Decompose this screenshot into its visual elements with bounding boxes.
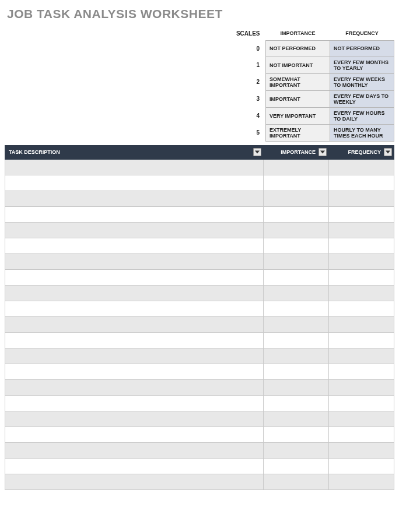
cell-task[interactable] — [5, 442, 264, 458]
cell-importance[interactable] — [264, 159, 329, 175]
scales-header-frequency: FREQUENCY — [330, 28, 394, 40]
cell-frequency[interactable] — [329, 411, 394, 427]
cell-task[interactable] — [5, 379, 264, 395]
cell-importance[interactable] — [264, 364, 329, 379]
chevron-down-icon — [255, 150, 260, 154]
cell-task[interactable] — [5, 332, 264, 348]
task-table: TASK DESCRIPTION IMPORTANCE FREQUENCY — [5, 145, 394, 490]
cell-importance[interactable] — [264, 285, 329, 301]
cell-task[interactable] — [5, 253, 264, 269]
scale-importance: NOT IMPORTANT — [266, 57, 330, 73]
cell-frequency[interactable] — [329, 348, 394, 364]
scale-frequency: EVERY FEW WEEKS TO MONTHLY — [330, 73, 394, 90]
scale-importance: SOMEWHAT IMPORTANT — [266, 73, 330, 90]
table-row — [5, 191, 394, 206]
table-row — [5, 253, 394, 269]
cell-task[interactable] — [5, 427, 264, 442]
cell-frequency[interactable] — [329, 238, 394, 253]
cell-importance[interactable] — [264, 458, 329, 474]
cell-task[interactable] — [5, 285, 264, 301]
cell-task[interactable] — [5, 206, 264, 222]
cell-task[interactable] — [5, 222, 264, 238]
table-row — [5, 364, 394, 379]
cell-task[interactable] — [5, 458, 264, 474]
table-row — [5, 175, 394, 191]
cell-importance[interactable] — [264, 253, 329, 269]
cell-frequency[interactable] — [329, 269, 394, 285]
cell-frequency[interactable] — [329, 316, 394, 332]
cell-importance[interactable] — [264, 206, 329, 222]
table-row — [5, 379, 394, 395]
cell-importance[interactable] — [264, 191, 329, 206]
page-title: JOB TASK ANALYSIS WORKSHEET — [7, 7, 394, 21]
cell-frequency[interactable] — [329, 458, 394, 474]
filter-button-importance[interactable] — [318, 148, 327, 156]
scale-importance: NOT PERFORMED — [266, 40, 330, 57]
cell-frequency[interactable] — [329, 427, 394, 442]
table-row — [5, 332, 394, 348]
column-header-frequency: FREQUENCY — [329, 145, 394, 159]
cell-importance[interactable] — [264, 332, 329, 348]
cell-frequency[interactable] — [329, 395, 394, 411]
cell-frequency[interactable] — [329, 442, 394, 458]
table-row — [5, 222, 394, 238]
cell-importance[interactable] — [264, 379, 329, 395]
cell-task[interactable] — [5, 238, 264, 253]
cell-task[interactable] — [5, 411, 264, 427]
cell-importance[interactable] — [264, 301, 329, 316]
cell-frequency[interactable] — [329, 285, 394, 301]
cell-frequency[interactable] — [329, 191, 394, 206]
cell-frequency[interactable] — [329, 379, 394, 395]
scale-number: 4 — [233, 107, 266, 124]
scale-frequency: NOT PERFORMED — [330, 40, 394, 57]
cell-frequency[interactable] — [329, 159, 394, 175]
filter-button-frequency[interactable] — [384, 148, 392, 156]
cell-task[interactable] — [5, 395, 264, 411]
cell-frequency[interactable] — [329, 175, 394, 191]
cell-task[interactable] — [5, 175, 264, 191]
scale-number: 2 — [233, 73, 266, 90]
cell-task[interactable] — [5, 301, 264, 316]
cell-task[interactable] — [5, 316, 264, 332]
cell-frequency[interactable] — [329, 222, 394, 238]
cell-importance[interactable] — [264, 316, 329, 332]
cell-task[interactable] — [5, 191, 264, 206]
table-row — [5, 458, 394, 474]
cell-frequency[interactable] — [329, 301, 394, 316]
cell-task[interactable] — [5, 474, 264, 489]
scale-frequency: EVERY FEW MONTHS TO YEARLY — [330, 57, 394, 73]
chevron-down-icon — [320, 150, 325, 154]
cell-importance[interactable] — [264, 175, 329, 191]
cell-task[interactable] — [5, 159, 264, 175]
chevron-down-icon — [386, 150, 390, 154]
cell-frequency[interactable] — [329, 253, 394, 269]
scales-header-scales: SCALES — [233, 28, 266, 40]
scale-importance: IMPORTANT — [266, 90, 330, 107]
cell-frequency[interactable] — [329, 206, 394, 222]
cell-importance[interactable] — [264, 474, 329, 489]
table-row — [5, 238, 394, 253]
scale-number: 5 — [233, 124, 266, 141]
table-row — [5, 206, 394, 222]
cell-frequency[interactable] — [329, 364, 394, 379]
cell-importance[interactable] — [264, 348, 329, 364]
cell-importance[interactable] — [264, 395, 329, 411]
cell-task[interactable] — [5, 269, 264, 285]
cell-task[interactable] — [5, 348, 264, 364]
cell-frequency[interactable] — [329, 474, 394, 489]
cell-importance[interactable] — [264, 269, 329, 285]
column-header-frequency-label: FREQUENCY — [348, 149, 381, 155]
scales-header-importance: IMPORTANCE — [266, 28, 330, 40]
cell-task[interactable] — [5, 364, 264, 379]
cell-importance[interactable] — [264, 411, 329, 427]
svg-marker-2 — [386, 151, 390, 154]
table-row — [5, 474, 394, 489]
cell-frequency[interactable] — [329, 332, 394, 348]
cell-importance[interactable] — [264, 222, 329, 238]
cell-importance[interactable] — [264, 238, 329, 253]
filter-button-task[interactable] — [253, 148, 261, 156]
scale-number: 3 — [233, 90, 266, 107]
scales-legend: SCALES IMPORTANCE FREQUENCY 0NOT PERFORM… — [5, 28, 394, 142]
cell-importance[interactable] — [264, 427, 329, 442]
cell-importance[interactable] — [264, 442, 329, 458]
